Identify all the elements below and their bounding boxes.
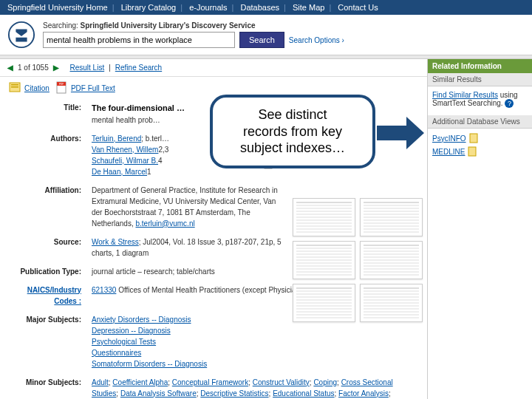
svg-text:PDF: PDF: [59, 83, 64, 86]
page-thumb[interactable]: [293, 198, 355, 236]
search-bar: Searching: Springfield University Librar…: [0, 15, 532, 55]
nav-ejournals[interactable]: e-Journals: [189, 3, 227, 12]
major-subjects-label: Major Subjects:: [10, 314, 92, 369]
result-list-link[interactable]: Result List: [70, 64, 105, 72]
minor-subjects-value: Adult; Coefficient Alpha; Conceptual Fra…: [92, 377, 417, 400]
subject-link[interactable]: Educational Status: [273, 389, 334, 398]
naics-rest: Offices of Mental Health Practitioners (…: [116, 286, 306, 294]
subject-link[interactable]: Depression -- Diagnosis: [92, 327, 171, 335]
db-medline-link[interactable]: MEDLINE: [432, 148, 465, 156]
additional-db-header: Additional Database Views: [428, 115, 532, 129]
subject-link[interactable]: Descriptive Statistics: [200, 389, 268, 398]
subject-link[interactable]: Anxiety Disorders -- Diagnosis: [92, 316, 191, 324]
subject-link[interactable]: Construct Validity: [253, 378, 310, 386]
author-link[interactable]: Terluin, Berend: [92, 134, 141, 143]
record-title-rest: mental health prob…: [92, 116, 160, 124]
refine-search-link[interactable]: Refine Search: [115, 64, 162, 72]
affiliation-value: Department of General Practice, Institut…: [92, 185, 284, 229]
annotation-arrow-icon: [377, 117, 424, 149]
page-thumb[interactable]: [360, 284, 423, 322]
find-similar-link[interactable]: Find Similar Results: [432, 91, 498, 99]
nav-contact[interactable]: Contact Us: [338, 3, 378, 12]
pager-position: 1 of 1055: [18, 64, 49, 72]
author-link[interactable]: Schaufeli, Wilmar B.: [92, 157, 158, 165]
search-scope-label: Searching: Springfield University Librar…: [43, 21, 525, 30]
minor-subjects-label: Minor Subjects:: [10, 377, 92, 400]
help-icon[interactable]: ?: [505, 99, 514, 108]
related-info-header: Related Information: [428, 59, 532, 73]
annotation-callout: See distinct records from key subject in…: [210, 95, 375, 168]
subject-link[interactable]: Psychological Tests: [92, 338, 156, 346]
similar-results-header: Similar Results: [428, 73, 532, 86]
citation-icon: [9, 81, 22, 95]
page-thumb[interactable]: [293, 241, 355, 279]
pager-prev-icon[interactable]: ◀: [7, 64, 13, 72]
naics-code-link[interactable]: 621330: [92, 286, 116, 294]
nav-databases[interactable]: Databases: [240, 3, 279, 12]
subject-link[interactable]: Factor Analysis: [338, 389, 389, 398]
nav-home[interactable]: Springfield University Home: [7, 3, 108, 12]
page-thumb[interactable]: [360, 241, 423, 279]
page-thumbnails: [293, 198, 423, 322]
pdf-icon: PDF: [55, 81, 69, 95]
citation-link[interactable]: Citation: [24, 84, 50, 92]
record-title: The four-dimensional …: [92, 103, 185, 112]
page-thumb[interactable]: [360, 198, 423, 236]
pager-next-icon[interactable]: ▶: [53, 64, 59, 72]
search-input[interactable]: [43, 32, 235, 48]
source-link[interactable]: Work & Stress: [92, 238, 139, 246]
subject-link[interactable]: Somatoform Disorders -- Diagnosis: [92, 360, 207, 368]
source-label: Source:: [10, 236, 92, 259]
db-icon: [469, 133, 480, 143]
naics-label-link[interactable]: NAICS/Industry Codes :: [27, 286, 81, 305]
subject-link[interactable]: Adult: [92, 378, 109, 386]
pdf-fulltext-link[interactable]: PDF Full Text: [71, 84, 115, 92]
subject-link[interactable]: Conceptual Framework: [172, 378, 248, 386]
affiliation-label: Affiliation:: [10, 185, 92, 229]
nav-catalog[interactable]: Library Catalog: [121, 3, 177, 12]
subject-link[interactable]: Data Analysis Software: [120, 389, 197, 398]
authors-label: Authors:: [10, 133, 92, 177]
author-link[interactable]: Van Rhenen, Willem: [92, 146, 158, 154]
pubtype-label: Publication Type:: [10, 266, 92, 277]
db-icon: [468, 146, 478, 157]
search-button[interactable]: Search: [239, 32, 284, 48]
top-nav: Springfield University Home| Library Cat…: [0, 0, 532, 15]
author-link[interactable]: De Haan, Marcel: [92, 168, 147, 176]
pager-bar: ◀ 1 of 1055 ▶ Result List | Refine Searc…: [0, 59, 427, 77]
subject-link[interactable]: Questionnaires: [92, 349, 141, 357]
page-thumb[interactable]: [293, 284, 355, 322]
svg-rect-12: [468, 147, 476, 156]
title-label: Title:: [10, 102, 92, 126]
subject-link[interactable]: Coping: [313, 378, 337, 386]
affiliation-email-link[interactable]: b.terluin@vumc.nl: [135, 219, 194, 228]
db-psycinfo-link[interactable]: PsycINFO: [432, 134, 466, 143]
search-options-link[interactable]: Search Options ›: [289, 36, 344, 44]
nav-sitemap[interactable]: Site Map: [293, 3, 324, 12]
svg-rect-2: [11, 84, 18, 86]
sidebar: Related Information Similar Results Find…: [427, 59, 532, 399]
svg-rect-3: [11, 86, 18, 88]
subject-link[interactable]: Coefficient Alpha: [112, 378, 168, 386]
svg-rect-11: [470, 134, 477, 143]
university-logo: [7, 21, 35, 49]
